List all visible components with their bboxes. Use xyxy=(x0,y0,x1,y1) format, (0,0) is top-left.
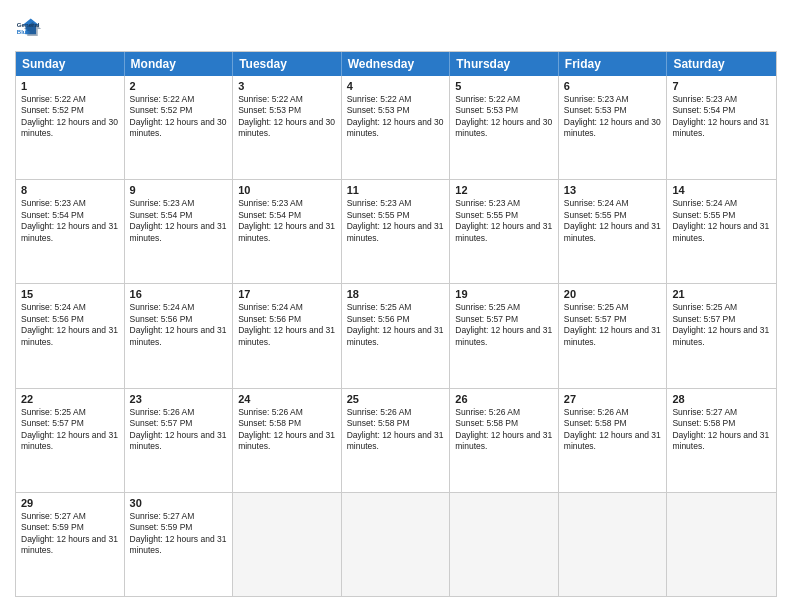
calendar-row: 1Sunrise: 5:22 AMSunset: 5:52 PMDaylight… xyxy=(16,76,776,180)
calendar-cell: 5Sunrise: 5:22 AMSunset: 5:53 PMDaylight… xyxy=(450,76,559,179)
day-number: 8 xyxy=(21,184,119,196)
sunset-line: Sunset: 5:52 PM xyxy=(21,105,119,116)
sunset-line: Sunset: 5:53 PM xyxy=(564,105,662,116)
sunrise-line: Sunrise: 5:24 AM xyxy=(564,198,662,209)
daylight-line: Daylight: 12 hours and 31 minutes. xyxy=(238,325,336,348)
empty-cell xyxy=(342,493,451,596)
sunset-line: Sunset: 5:54 PM xyxy=(238,210,336,221)
day-number: 10 xyxy=(238,184,336,196)
calendar-cell: 21Sunrise: 5:25 AMSunset: 5:57 PMDayligh… xyxy=(667,284,776,387)
calendar-cell: 2Sunrise: 5:22 AMSunset: 5:52 PMDaylight… xyxy=(125,76,234,179)
daylight-line: Daylight: 12 hours and 31 minutes. xyxy=(130,221,228,244)
day-number: 23 xyxy=(130,393,228,405)
daylight-line: Daylight: 12 hours and 30 minutes. xyxy=(21,117,119,140)
day-number: 26 xyxy=(455,393,553,405)
sunset-line: Sunset: 5:57 PM xyxy=(21,418,119,429)
sunset-line: Sunset: 5:59 PM xyxy=(21,522,119,533)
empty-cell xyxy=(667,493,776,596)
day-number: 11 xyxy=(347,184,445,196)
svg-text:Blue: Blue xyxy=(17,28,31,35)
daylight-line: Daylight: 12 hours and 30 minutes. xyxy=(564,117,662,140)
cal-header-day: Thursday xyxy=(450,52,559,76)
sunrise-line: Sunrise: 5:26 AM xyxy=(238,407,336,418)
daylight-line: Daylight: 12 hours and 31 minutes. xyxy=(21,325,119,348)
sunset-line: Sunset: 5:54 PM xyxy=(672,105,771,116)
sunset-line: Sunset: 5:58 PM xyxy=(347,418,445,429)
calendar-row: 15Sunrise: 5:24 AMSunset: 5:56 PMDayligh… xyxy=(16,284,776,388)
day-number: 15 xyxy=(21,288,119,300)
sunrise-line: Sunrise: 5:26 AM xyxy=(130,407,228,418)
sunrise-line: Sunrise: 5:26 AM xyxy=(455,407,553,418)
sunset-line: Sunset: 5:55 PM xyxy=(672,210,771,221)
sunset-line: Sunset: 5:55 PM xyxy=(564,210,662,221)
sunrise-line: Sunrise: 5:24 AM xyxy=(238,302,336,313)
daylight-line: Daylight: 12 hours and 31 minutes. xyxy=(672,325,771,348)
sunset-line: Sunset: 5:57 PM xyxy=(564,314,662,325)
day-number: 25 xyxy=(347,393,445,405)
sunset-line: Sunset: 5:56 PM xyxy=(238,314,336,325)
cal-header-day: Wednesday xyxy=(342,52,451,76)
calendar-cell: 4Sunrise: 5:22 AMSunset: 5:53 PMDaylight… xyxy=(342,76,451,179)
day-number: 28 xyxy=(672,393,771,405)
sunset-line: Sunset: 5:56 PM xyxy=(130,314,228,325)
daylight-line: Daylight: 12 hours and 31 minutes. xyxy=(21,534,119,557)
daylight-line: Daylight: 12 hours and 31 minutes. xyxy=(21,221,119,244)
daylight-line: Daylight: 12 hours and 31 minutes. xyxy=(238,221,336,244)
sunset-line: Sunset: 5:57 PM xyxy=(672,314,771,325)
calendar-cell: 6Sunrise: 5:23 AMSunset: 5:53 PMDaylight… xyxy=(559,76,668,179)
calendar-cell: 10Sunrise: 5:23 AMSunset: 5:54 PMDayligh… xyxy=(233,180,342,283)
calendar-cell: 16Sunrise: 5:24 AMSunset: 5:56 PMDayligh… xyxy=(125,284,234,387)
daylight-line: Daylight: 12 hours and 31 minutes. xyxy=(130,325,228,348)
calendar-cell: 27Sunrise: 5:26 AMSunset: 5:58 PMDayligh… xyxy=(559,389,668,492)
logo: General Blue xyxy=(15,15,43,43)
daylight-line: Daylight: 12 hours and 31 minutes. xyxy=(455,430,553,453)
daylight-line: Daylight: 12 hours and 30 minutes. xyxy=(455,117,553,140)
calendar-cell: 8Sunrise: 5:23 AMSunset: 5:54 PMDaylight… xyxy=(16,180,125,283)
calendar-cell: 20Sunrise: 5:25 AMSunset: 5:57 PMDayligh… xyxy=(559,284,668,387)
sunset-line: Sunset: 5:53 PM xyxy=(347,105,445,116)
day-number: 29 xyxy=(21,497,119,509)
sunrise-line: Sunrise: 5:25 AM xyxy=(347,302,445,313)
calendar-body: 1Sunrise: 5:22 AMSunset: 5:52 PMDaylight… xyxy=(16,76,776,596)
sunset-line: Sunset: 5:52 PM xyxy=(130,105,228,116)
day-number: 16 xyxy=(130,288,228,300)
logo-icon: General Blue xyxy=(15,15,43,43)
sunset-line: Sunset: 5:53 PM xyxy=(238,105,336,116)
calendar: SundayMondayTuesdayWednesdayThursdayFrid… xyxy=(15,51,777,597)
day-number: 1 xyxy=(21,80,119,92)
day-number: 14 xyxy=(672,184,771,196)
daylight-line: Daylight: 12 hours and 31 minutes. xyxy=(238,430,336,453)
day-number: 4 xyxy=(347,80,445,92)
calendar-cell: 11Sunrise: 5:23 AMSunset: 5:55 PMDayligh… xyxy=(342,180,451,283)
day-number: 27 xyxy=(564,393,662,405)
sunrise-line: Sunrise: 5:23 AM xyxy=(238,198,336,209)
cal-header-day: Monday xyxy=(125,52,234,76)
calendar-header: SundayMondayTuesdayWednesdayThursdayFrid… xyxy=(16,52,776,76)
day-number: 5 xyxy=(455,80,553,92)
calendar-row: 22Sunrise: 5:25 AMSunset: 5:57 PMDayligh… xyxy=(16,389,776,493)
calendar-cell: 17Sunrise: 5:24 AMSunset: 5:56 PMDayligh… xyxy=(233,284,342,387)
day-number: 21 xyxy=(672,288,771,300)
sunrise-line: Sunrise: 5:27 AM xyxy=(21,511,119,522)
day-number: 22 xyxy=(21,393,119,405)
day-number: 13 xyxy=(564,184,662,196)
daylight-line: Daylight: 12 hours and 30 minutes. xyxy=(130,117,228,140)
calendar-cell: 19Sunrise: 5:25 AMSunset: 5:57 PMDayligh… xyxy=(450,284,559,387)
daylight-line: Daylight: 12 hours and 31 minutes. xyxy=(130,534,228,557)
sunrise-line: Sunrise: 5:27 AM xyxy=(672,407,771,418)
sunrise-line: Sunrise: 5:22 AM xyxy=(347,94,445,105)
calendar-cell: 13Sunrise: 5:24 AMSunset: 5:55 PMDayligh… xyxy=(559,180,668,283)
cal-header-day: Sunday xyxy=(16,52,125,76)
page: General Blue SundayMondayTuesdayWednesda… xyxy=(0,0,792,612)
sunset-line: Sunset: 5:58 PM xyxy=(238,418,336,429)
daylight-line: Daylight: 12 hours and 31 minutes. xyxy=(21,430,119,453)
sunrise-line: Sunrise: 5:22 AM xyxy=(21,94,119,105)
sunrise-line: Sunrise: 5:23 AM xyxy=(21,198,119,209)
calendar-cell: 7Sunrise: 5:23 AMSunset: 5:54 PMDaylight… xyxy=(667,76,776,179)
svg-text:General: General xyxy=(17,21,40,28)
sunrise-line: Sunrise: 5:23 AM xyxy=(672,94,771,105)
day-number: 12 xyxy=(455,184,553,196)
sunset-line: Sunset: 5:57 PM xyxy=(130,418,228,429)
calendar-cell: 29Sunrise: 5:27 AMSunset: 5:59 PMDayligh… xyxy=(16,493,125,596)
calendar-cell: 18Sunrise: 5:25 AMSunset: 5:56 PMDayligh… xyxy=(342,284,451,387)
